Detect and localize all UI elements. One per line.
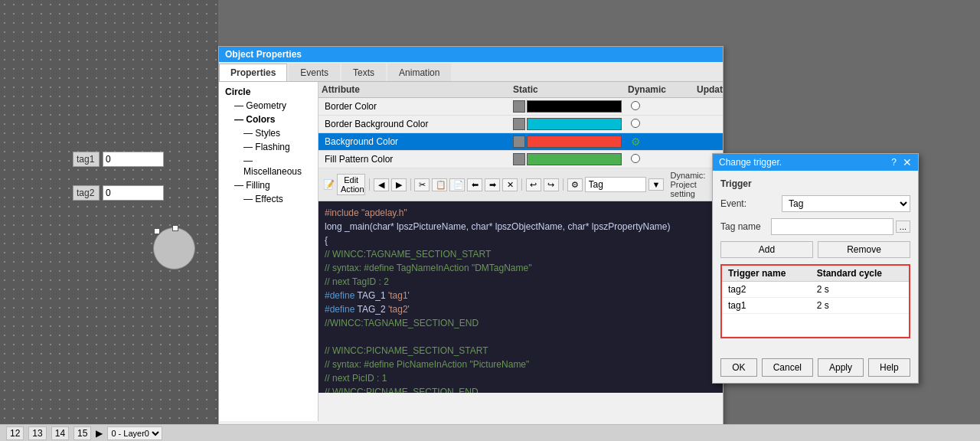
tag-name-row: Tag name ... xyxy=(720,218,910,235)
dynamic-label: Dynamic: Project setting xyxy=(671,171,719,198)
tree-flashing[interactable]: — Flashing xyxy=(222,140,315,154)
nav-btn-14[interactable]: 14 xyxy=(51,426,69,440)
tree-root[interactable]: Circle xyxy=(222,85,315,99)
attr-static-border-bg-color[interactable] xyxy=(510,117,625,131)
tag-name-label: Tag name xyxy=(720,221,771,232)
help-button[interactable]: Help xyxy=(868,358,910,377)
separator xyxy=(410,178,411,191)
code-editor[interactable]: #include "apdelay.h" long _main(char* lp… xyxy=(318,201,723,393)
nav-btn-12[interactable]: 12 xyxy=(6,426,24,440)
table-row[interactable]: tag1 2 s xyxy=(722,298,909,314)
toolbar-compile[interactable]: ⚙ xyxy=(567,178,583,191)
ok-button[interactable]: OK xyxy=(720,358,756,377)
tab-animation[interactable]: Animation xyxy=(387,64,451,81)
code-line: // syntax: #define TagNameInAction "DMTa… xyxy=(325,261,717,275)
attr-static-fill-pattern[interactable] xyxy=(510,152,625,166)
attr-header: Attribute Static Dynamic Update... Indir… xyxy=(318,82,723,98)
code-line: #define TAG_2 'tag2' xyxy=(325,302,717,316)
dynamic-active-icon[interactable]: ⚙ xyxy=(631,136,641,148)
toolbar-btn[interactable]: Edit Action xyxy=(337,174,365,195)
trigger-cycle-tag2: 2 s xyxy=(811,282,909,298)
edit-action-icon: 📝 xyxy=(323,179,335,190)
nav-btn-13[interactable]: 13 xyxy=(28,426,46,440)
tree-effects[interactable]: — Effects xyxy=(222,192,315,206)
separator xyxy=(563,178,564,191)
trigger-section-label: Trigger xyxy=(720,178,910,189)
dialog-body: Trigger Event: Tag Tag name ... Add Remo… xyxy=(713,171,918,352)
attr-static-bg-color[interactable] xyxy=(510,135,625,149)
table-row-empty xyxy=(722,314,909,337)
canvas-circle xyxy=(153,227,195,270)
radio-dot-icon[interactable] xyxy=(631,154,640,163)
dialog-help-icon[interactable]: ? xyxy=(891,157,897,168)
trigger-table: Trigger name Standard cycle tag2 2 s tag… xyxy=(722,266,909,337)
tag1-input[interactable] xyxy=(103,152,164,167)
trigger-table-container: Trigger name Standard cycle tag2 2 s tag… xyxy=(720,264,910,338)
tag1-label: tag1 xyxy=(73,152,100,167)
add-button[interactable]: Add xyxy=(720,241,813,258)
attr-col-attribute: Attribute xyxy=(322,84,513,95)
tree-panel: Circle — Geometry — Colors — Styles — Fl… xyxy=(219,82,318,421)
trigger-col-cycle: Standard cycle xyxy=(811,266,909,282)
nav-arrow-icon[interactable]: ▶ xyxy=(96,428,103,439)
code-line: #include "apdelay.h" xyxy=(325,206,717,220)
browse-button[interactable]: ... xyxy=(896,220,910,233)
tab-texts[interactable]: Texts xyxy=(341,64,386,81)
toolbar-indent-right[interactable]: ➡ xyxy=(485,178,500,191)
attr-name-border-bg-color: Border Background Color xyxy=(318,117,510,131)
status-bar: 12 13 14 15 ▶ 0 - Layer0 xyxy=(0,424,980,441)
attr-update-border-color xyxy=(694,105,723,108)
toolbar-delete[interactable]: ✕ xyxy=(502,178,518,191)
tag-name-input[interactable] xyxy=(771,218,893,235)
attr-static-border-color[interactable] xyxy=(510,100,625,113)
code-line: // WINCC:PICNAME_SECTION_END xyxy=(325,385,717,393)
attr-col-static: Static xyxy=(513,84,628,95)
toolbar-cut[interactable]: ✂ xyxy=(414,178,430,191)
color-swatch-icon xyxy=(513,100,525,113)
tree-filling[interactable]: — Filling xyxy=(222,178,315,192)
cancel-button[interactable]: Cancel xyxy=(762,358,813,377)
event-field: Event: Tag xyxy=(720,195,910,212)
tree-styles[interactable]: — Styles xyxy=(222,126,315,140)
toolbar-copy[interactable]: 📋 xyxy=(432,178,447,191)
toolbar-undo[interactable]: ↩ xyxy=(526,178,541,191)
color-bar-border-bg xyxy=(527,118,622,130)
tree-geometry[interactable]: — Geometry xyxy=(222,99,315,113)
tab-events[interactable]: Events xyxy=(289,64,340,81)
layer-select[interactable]: 0 - Layer0 xyxy=(107,426,162,440)
tab-bar: Properties Events Texts Animation xyxy=(219,62,723,82)
tag2-input[interactable] xyxy=(103,185,164,201)
table-row[interactable]: tag2 2 s xyxy=(722,282,909,298)
toolbar-paste[interactable]: 📄 xyxy=(449,178,465,191)
radio-dot-icon[interactable] xyxy=(631,119,640,128)
event-select[interactable]: Tag xyxy=(782,195,910,212)
attr-name-bg-color: Background Color xyxy=(318,135,510,149)
trigger-name-tag2: tag2 xyxy=(722,282,811,298)
attr-dynamic-border-bg-color xyxy=(625,117,694,132)
color-bar-fill xyxy=(527,153,622,165)
toolbar-dropdown[interactable]: ▼ xyxy=(648,178,664,191)
code-line: //WINCC:TAGNAME_SECTION_END xyxy=(325,316,717,330)
color-bar-bg xyxy=(527,136,622,148)
attr-dynamic-fill-pattern xyxy=(625,152,694,167)
radio-dot-icon[interactable] xyxy=(631,101,640,110)
tree-miscellaneous[interactable]: — Miscellaneous xyxy=(222,154,315,178)
tag2-label: tag2 xyxy=(73,185,100,201)
apply-button[interactable]: Apply xyxy=(818,358,864,377)
code-line: // syntax: #define PicNameInAction "Pict… xyxy=(325,358,717,371)
toolbar-nav-fwd[interactable]: ▶ xyxy=(391,178,407,191)
tree-colors[interactable]: — Colors xyxy=(222,113,315,126)
tag-inline-input[interactable] xyxy=(585,177,646,192)
tab-properties[interactable]: Properties xyxy=(219,64,287,81)
nav-btn-15[interactable]: 15 xyxy=(74,426,91,440)
remove-button[interactable]: Remove xyxy=(818,241,910,258)
dialog-close-button[interactable]: ✕ xyxy=(903,156,912,168)
tag1-group: tag1 xyxy=(73,152,164,167)
toolbar-nav-back[interactable]: ◀ xyxy=(374,178,389,191)
table-row: Border Background Color xyxy=(318,116,723,133)
color-swatch-icon xyxy=(513,136,525,148)
table-row: Background Color ⚙ xyxy=(318,133,723,151)
toolbar-indent-left[interactable]: ⬅ xyxy=(467,178,482,191)
tag2-group: tag2 xyxy=(73,185,164,201)
toolbar-redo[interactable]: ↪ xyxy=(544,178,559,191)
